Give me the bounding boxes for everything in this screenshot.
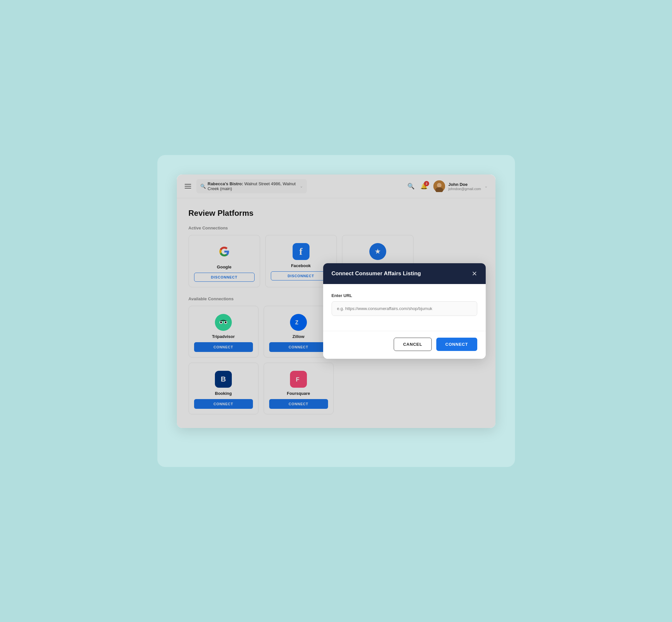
url-input[interactable] (332, 301, 477, 316)
modal-header: Connect Consumer Affairs Listing ✕ (323, 263, 486, 284)
modal-connect-button[interactable]: CONNECT (436, 338, 477, 351)
url-label: Enter URL (332, 293, 477, 298)
modal-title: Connect Consumer Affairs Listing (332, 270, 421, 277)
app-window: 🔍 Rabecca's Bistro: Walnut Street 4986, … (177, 174, 496, 428)
modal-body: Enter URL (323, 284, 486, 324)
modal-close-button[interactable]: ✕ (472, 270, 477, 277)
connect-modal: Connect Consumer Affairs Listing ✕ Enter… (323, 263, 486, 359)
modal-overlay: Connect Consumer Affairs Listing ✕ Enter… (177, 174, 496, 428)
cancel-button[interactable]: CANCEL (394, 338, 432, 351)
modal-divider (323, 331, 486, 331)
modal-footer: CANCEL CONNECT (323, 338, 486, 359)
outer-background: 🔍 Rabecca's Bistro: Walnut Street 4986, … (157, 155, 515, 467)
